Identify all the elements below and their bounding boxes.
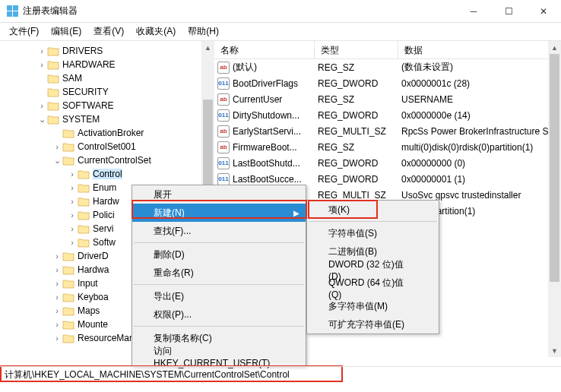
expand-icon[interactable]: › <box>52 279 62 288</box>
expand-icon[interactable]: › <box>36 46 47 55</box>
tree-label: Mounte <box>78 319 108 330</box>
expand-icon[interactable]: › <box>52 142 62 151</box>
menu-favorites[interactable]: 收藏夹(A) <box>130 24 182 40</box>
close-button[interactable]: ✕ <box>526 0 561 22</box>
tree-label: Enum <box>93 182 116 193</box>
menu-item-label: 复制项名称(C) <box>154 332 212 345</box>
menu-item-label: 字符串值(S) <box>328 227 377 240</box>
folder-icon <box>78 196 90 207</box>
menu-item-label: 权限(P)... <box>154 308 192 321</box>
menu-item[interactable]: 多字符串值(M) <box>307 297 439 315</box>
tree-item[interactable]: SECURITY <box>0 85 214 99</box>
expand-icon[interactable]: › <box>67 169 78 179</box>
menu-help[interactable]: 帮助(H) <box>182 24 225 40</box>
expand-icon[interactable]: › <box>36 60 47 69</box>
folder-icon <box>62 128 74 138</box>
folder-icon <box>47 59 59 70</box>
menu-item[interactable]: 字符串值(S) <box>307 224 439 242</box>
menu-item[interactable]: 查找(F)... <box>132 222 306 240</box>
col-name-header[interactable]: 名称 <box>214 41 315 58</box>
folder-icon <box>62 292 74 302</box>
menu-item[interactable]: 展开 <box>132 185 306 204</box>
col-type-header[interactable]: 类型 <box>315 41 398 58</box>
menu-item-label: 展开 <box>154 188 172 201</box>
tree-item[interactable]: ›Control <box>0 167 214 181</box>
value-name: LastBootSucce... <box>233 174 315 185</box>
list-row[interactable]: ab(默认)REG_SZ(数值未设置) <box>214 59 561 75</box>
tree-label: Control <box>93 169 122 179</box>
expand-icon[interactable]: › <box>67 183 78 192</box>
expand-icon[interactable]: › <box>67 224 78 233</box>
value-name: LastBootShutd... <box>233 158 315 169</box>
expand-icon[interactable]: › <box>52 265 62 274</box>
expand-icon[interactable]: › <box>67 197 78 206</box>
tree-label: SYSTEM <box>62 114 100 125</box>
value-name: FirmwareBoot... <box>233 142 315 153</box>
list-row[interactable]: abCurrentUserREG_SZUSERNAME <box>214 91 561 107</box>
tree-item[interactable]: ActivationBroker <box>0 126 214 140</box>
menubar: 文件(F) 编辑(E) 查看(V) 收藏夹(A) 帮助(H) <box>0 23 561 41</box>
list-row[interactable]: 011LastBootShutd...REG_DWORD0x00000000 (… <box>214 155 561 171</box>
statusbar: 计算机\HKEY_LOCAL_MACHINE\SYSTEM\CurrentCon… <box>0 366 561 383</box>
menu-item[interactable]: 删除(D) <box>132 245 306 264</box>
menu-item[interactable]: QWORD (64 位)值(Q) <box>307 279 439 297</box>
list-row[interactable]: 011DirtyShutdown...REG_DWORD0x0000000e (… <box>214 107 561 123</box>
menu-view[interactable]: 查看(V) <box>87 24 130 40</box>
folder-icon <box>62 319 74 330</box>
menu-file[interactable]: 文件(F) <box>3 24 45 40</box>
tree-item[interactable]: ›DRIVERS <box>0 44 214 58</box>
expand-icon[interactable]: › <box>67 210 78 220</box>
col-data-header[interactable]: 数据 <box>398 41 561 58</box>
menu-item[interactable]: 可扩充字符串值(E) <box>307 315 439 334</box>
tree-item[interactable]: ›ControlSet001 <box>0 140 214 153</box>
menu-item-label: 删除(D) <box>154 248 185 261</box>
value-data: USERNAME <box>398 94 561 105</box>
tree-item[interactable]: ⌄SYSTEM <box>0 112 214 126</box>
list-row[interactable]: abFirmwareBoot...REG_SZmulti(0)disk(0)rd… <box>214 139 561 155</box>
context-menu-main: 展开新建(N)▶查找(F)...删除(D)重命名(R)导出(E)权限(P)...… <box>132 185 306 366</box>
menu-item[interactable]: 项(K) <box>307 201 439 219</box>
menu-item[interactable]: 权限(P)... <box>132 305 306 324</box>
menu-edit[interactable]: 编辑(E) <box>45 24 87 40</box>
menu-item-label: 查找(F)... <box>154 225 191 238</box>
maximize-button[interactable]: ☐ <box>491 0 526 22</box>
tree-item[interactable]: ›SOFTWARE <box>0 99 214 112</box>
expand-icon[interactable]: › <box>52 292 62 302</box>
tree-item[interactable]: ›HARDWARE <box>0 58 214 71</box>
value-name: CurrentUser <box>233 94 315 105</box>
expand-icon[interactable]: › <box>52 320 62 329</box>
address-path[interactable]: 计算机\HKEY_LOCAL_MACHINE\SYSTEM\CurrentCon… <box>5 368 290 381</box>
menu-item-label: 二进制值(B) <box>328 245 377 258</box>
list-scrollbar[interactable]: ▲ ▼ <box>548 41 561 357</box>
menu-item-label: 访问 HKEY_CURRENT_USER(T) <box>154 345 283 368</box>
expand-icon[interactable]: ⌄ <box>52 156 62 166</box>
menu-item[interactable]: 重命名(R) <box>132 264 306 282</box>
tree-label: Keyboa <box>78 292 109 302</box>
expand-icon[interactable]: › <box>36 101 47 110</box>
menu-item[interactable]: 导出(E) <box>132 287 306 305</box>
tree-item[interactable]: ⌄CurrentControlSet <box>0 153 214 167</box>
folder-icon <box>62 264 74 275</box>
folder-icon <box>78 237 90 248</box>
value-icon: ab <box>217 141 230 153</box>
tree-label: ControlSet001 <box>78 141 136 152</box>
list-row[interactable]: abEarlyStartServi...REG_MULTI_SZRpcSs Po… <box>214 123 561 139</box>
expand-icon[interactable]: › <box>52 334 62 343</box>
value-type: REG_SZ <box>315 142 398 153</box>
context-menu-new: 项(K)字符串值(S)二进制值(B)DWORD (32 位)值(D)QWORD … <box>306 200 439 334</box>
value-type: REG_SZ <box>315 62 398 73</box>
tree-label: DriverD <box>78 251 109 261</box>
tree-item[interactable]: SAM <box>0 71 214 85</box>
expand-icon[interactable]: › <box>52 251 62 261</box>
menu-item[interactable]: 新建(N)▶ <box>132 204 306 222</box>
expand-icon[interactable]: › <box>52 306 62 315</box>
expand-icon[interactable]: ⌄ <box>36 115 47 125</box>
value-icon: 011 <box>217 77 230 90</box>
folder-icon <box>47 87 59 97</box>
expand-icon[interactable]: › <box>67 238 78 247</box>
list-row[interactable]: 011BootDriverFlagsREG_DWORD0x0000001c (2… <box>214 75 561 91</box>
tree-label: Servi <box>93 223 113 234</box>
folder-icon <box>78 223 90 234</box>
minimize-button[interactable]: ─ <box>456 0 491 22</box>
menu-item[interactable]: 访问 HKEY_CURRENT_USER(T) <box>132 347 306 365</box>
